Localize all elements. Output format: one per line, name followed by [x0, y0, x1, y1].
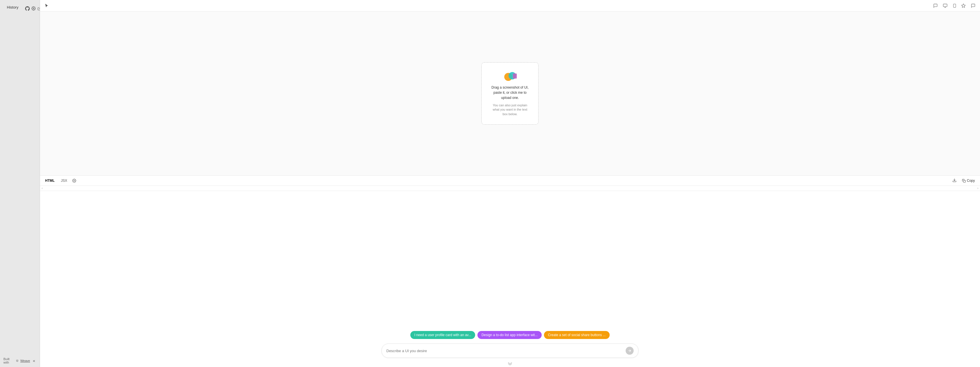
github-icon[interactable] — [25, 6, 30, 11]
svg-rect-2 — [943, 4, 947, 6]
send-button[interactable] — [626, 347, 634, 355]
chat-input[interactable] — [387, 349, 624, 353]
sidebar-title: History — [3, 2, 22, 12]
code-scroll-row: ‹ › — [40, 186, 980, 191]
settings-icon[interactable] — [32, 6, 36, 11]
download-button[interactable] — [951, 177, 958, 184]
code-bar: HTML JSX Copy — [40, 176, 980, 186]
code-bar-right: Copy — [951, 177, 977, 184]
tab-jsx[interactable]: JSX — [59, 177, 69, 184]
suggestion-pills: I need a user profile card with an av...… — [410, 331, 609, 339]
chat-view-button[interactable] — [932, 2, 939, 9]
toolbar — [40, 0, 980, 11]
toolbar-right — [960, 2, 977, 9]
svg-marker-7 — [961, 4, 965, 8]
upload-icon — [503, 70, 517, 82]
suggestion-pill-2[interactable]: Create a set of social share buttons ... — [544, 331, 609, 339]
desktop-view-button[interactable] — [942, 2, 948, 9]
sidebar: History Built with Weave « — [0, 0, 40, 367]
svg-point-0 — [33, 8, 34, 9]
svg-rect-10 — [513, 73, 517, 78]
comment-button[interactable] — [970, 2, 977, 9]
sidebar-collapse-button[interactable]: « — [32, 358, 36, 364]
chat-input-row — [382, 343, 638, 358]
chat-area: I need a user profile card with an av...… — [40, 191, 980, 361]
star-button[interactable] — [960, 2, 967, 9]
built-with-label: Built with — [3, 357, 14, 364]
suggestion-pill-0[interactable]: I need a user profile card with an av... — [410, 331, 475, 339]
sidebar-footer: Built with Weave « — [0, 354, 40, 367]
svg-point-11 — [74, 180, 75, 181]
preview-area[interactable]: Drag a screenshot of UI, paste it, or cl… — [40, 11, 980, 176]
code-settings-button[interactable] — [71, 177, 77, 184]
copy-button[interactable]: Copy — [960, 178, 977, 184]
copy-label: Copy — [967, 179, 975, 183]
bottom-chevron[interactable] — [40, 361, 980, 367]
mobile-view-button[interactable] — [951, 2, 958, 9]
suggestion-pill-1[interactable]: Design a to-do list app interface wit... — [477, 331, 542, 339]
weave-link[interactable]: Weave — [20, 359, 30, 362]
weave-icon — [16, 359, 19, 362]
svg-rect-13 — [963, 180, 966, 182]
upload-sub-text: You can also just explain what you want … — [491, 103, 529, 116]
cursor-tool-button[interactable] — [43, 3, 50, 9]
tab-html[interactable]: HTML — [43, 177, 57, 184]
copy-icon — [962, 179, 966, 183]
toolbar-left — [43, 3, 930, 9]
upload-card[interactable]: Drag a screenshot of UI, paste it, or cl… — [481, 62, 539, 124]
scroll-right-arrow[interactable]: › — [977, 187, 978, 190]
main-panel: Drag a screenshot of UI, paste it, or cl… — [40, 0, 980, 367]
upload-main-text: Drag a screenshot of UI, paste it, or cl… — [491, 85, 529, 101]
scroll-left-arrow[interactable]: ‹ — [42, 187, 43, 190]
